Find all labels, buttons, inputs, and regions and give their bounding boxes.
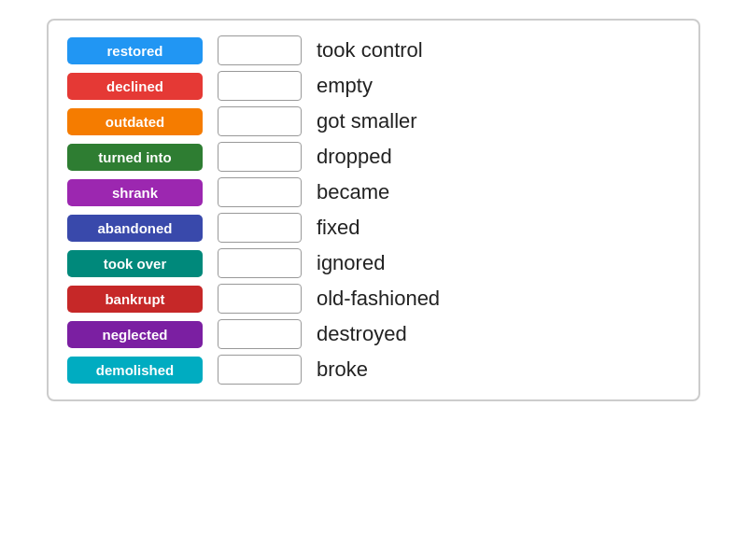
answer-input[interactable]	[218, 213, 302, 243]
answer-input[interactable]	[218, 142, 302, 172]
word-button[interactable]: restored	[67, 37, 203, 64]
answer-input[interactable]	[218, 71, 302, 101]
answer-input[interactable]	[218, 106, 302, 136]
answer-input[interactable]	[218, 177, 302, 207]
word-button[interactable]: took over	[67, 250, 203, 277]
word-button[interactable]: bankrupt	[67, 286, 203, 313]
definition-text: ignored	[317, 251, 385, 275]
definition-text: took control	[317, 38, 423, 63]
answer-input[interactable]	[218, 284, 302, 314]
matching-row: took overignored	[67, 248, 680, 278]
matching-row: neglecteddestroyed	[67, 319, 680, 349]
word-button[interactable]: abandoned	[67, 215, 203, 242]
word-button[interactable]: shrank	[67, 179, 203, 206]
definition-text: empty	[317, 74, 373, 98]
matching-row: turned intodropped	[67, 142, 680, 172]
matching-row: outdatedgot smaller	[67, 106, 680, 136]
matching-row: demolishedbroke	[67, 355, 680, 385]
word-button[interactable]: declined	[67, 73, 203, 100]
matching-row: declinedempty	[67, 71, 680, 101]
matching-row: abandonedfixed	[67, 213, 680, 243]
definition-text: got smaller	[317, 109, 417, 133]
answer-input[interactable]	[218, 248, 302, 278]
answer-input[interactable]	[218, 355, 302, 385]
definition-text: became	[317, 180, 389, 204]
matching-row: bankruptold-fashioned	[67, 284, 680, 314]
definition-text: destroyed	[317, 322, 407, 346]
definition-text: old-fashioned	[317, 287, 440, 311]
matching-row: shrankbecame	[67, 177, 680, 207]
word-button[interactable]: turned into	[67, 144, 203, 171]
definition-text: dropped	[317, 145, 392, 169]
answer-input[interactable]	[218, 319, 302, 349]
matching-row: restoredtook control	[67, 35, 680, 65]
word-button[interactable]: demolished	[67, 357, 203, 384]
definition-text: fixed	[317, 216, 359, 240]
word-button[interactable]: neglected	[67, 321, 203, 348]
word-button[interactable]: outdated	[67, 108, 203, 135]
definition-text: broke	[317, 357, 368, 382]
matching-exercise: restoredtook controldeclinedemptyoutdate…	[47, 19, 700, 401]
answer-input[interactable]	[218, 35, 302, 65]
